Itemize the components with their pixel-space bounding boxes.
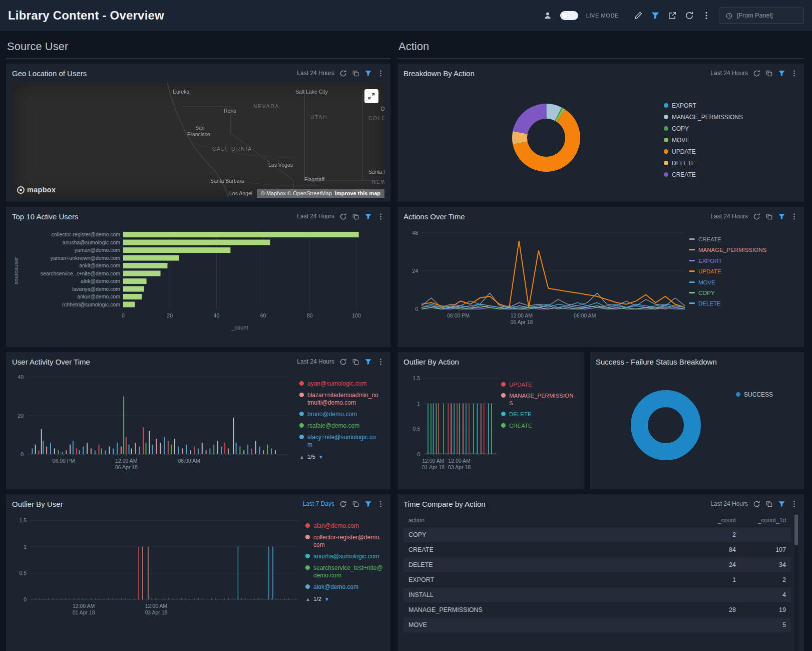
legend-item[interactable]: MANAGE_PERMISSIONS xyxy=(501,392,576,407)
legend-item[interactable]: blazar+nitedemoadmin_notmulti@demo.com xyxy=(299,392,379,407)
legend-item[interactable]: rsafaie@demo.com xyxy=(299,422,379,430)
filter-icon[interactable] xyxy=(364,500,372,508)
svg-text:06 Apr 18: 06 Apr 18 xyxy=(510,319,533,325)
time-range-label[interactable]: Last 24 Hours xyxy=(710,70,748,77)
time-range-label[interactable]: Last 24 Hours xyxy=(710,500,748,507)
copy-icon[interactable] xyxy=(765,500,773,508)
filter-icon[interactable] xyxy=(364,213,372,220)
success-donut-chart[interactable] xyxy=(596,371,736,484)
time-range-label[interactable]: Last 24 Hours xyxy=(297,70,334,77)
refresh-icon[interactable] xyxy=(339,213,347,220)
legend-item[interactable]: collector-register@demo.com xyxy=(305,534,383,549)
more-menu-icon[interactable] xyxy=(702,11,711,20)
copy-icon[interactable] xyxy=(352,213,359,220)
improve-map-link[interactable]: Improve this map xyxy=(335,190,380,196)
time-range-label[interactable]: Last 24 Hours xyxy=(297,358,334,365)
kebab-icon[interactable] xyxy=(790,500,798,508)
kebab-icon[interactable] xyxy=(790,213,798,220)
table-scrollbar[interactable] xyxy=(794,513,798,651)
legend-item[interactable]: SUCCESS xyxy=(736,391,773,399)
legend-item[interactable]: anusha@sumologic.com xyxy=(305,553,383,560)
kebab-icon[interactable] xyxy=(790,70,798,77)
table-row[interactable]: EXPORT12 xyxy=(403,572,791,587)
legend-item[interactable]: MOVE xyxy=(689,279,774,286)
legend-item[interactable]: alan@demo.com xyxy=(305,522,383,530)
legend-item[interactable]: CREATE xyxy=(501,422,576,429)
time-range-label[interactable]: Last 24 Hours xyxy=(710,213,748,220)
outlier-by-action-chart[interactable]: 00.511.512:00 AM01 Apr 1812:00 AM03 Apr … xyxy=(403,371,501,477)
legend-item[interactable]: DELETE xyxy=(501,411,576,418)
filter-icon[interactable] xyxy=(364,358,372,366)
filter-icon[interactable] xyxy=(778,500,785,508)
refresh-icon[interactable] xyxy=(339,500,347,508)
filter-icon[interactable] xyxy=(364,70,372,77)
legend-item[interactable]: bruno@demo.com xyxy=(299,411,379,418)
refresh-icon[interactable] xyxy=(685,11,694,20)
kebab-icon[interactable] xyxy=(377,70,384,77)
refresh-icon[interactable] xyxy=(753,213,760,220)
legend-item[interactable]: CREATE xyxy=(689,236,774,243)
copy-icon[interactable] xyxy=(765,213,773,220)
refresh-icon[interactable] xyxy=(753,70,760,77)
page-up-icon[interactable]: ▲ xyxy=(299,454,304,460)
table-row[interactable]: CREATE84107 xyxy=(403,542,791,557)
legend-item[interactable]: alok@demo.com xyxy=(305,583,383,591)
breakdown-donut-chart[interactable] xyxy=(403,84,664,197)
column-header[interactable]: _count xyxy=(691,513,741,527)
legend-item[interactable]: DELETE xyxy=(689,300,774,307)
edit-icon[interactable] xyxy=(634,11,643,20)
copy-icon[interactable] xyxy=(352,358,359,366)
outlier-by-user-chart[interactable]: 00.511.512:00 AM01 Apr 1812:00 AM03 Apr … xyxy=(12,513,302,622)
legend-item[interactable]: MOVE xyxy=(664,137,774,144)
kebab-icon[interactable] xyxy=(377,358,384,366)
expand-map-button[interactable] xyxy=(364,89,378,103)
legend-item[interactable]: COPY xyxy=(664,125,774,133)
actions-over-time-chart[interactable]: 0244806:00 PM12:00 AM06 Apr 1806:00 AM xyxy=(403,226,689,332)
live-mode-toggle[interactable] xyxy=(560,11,578,20)
legend-item[interactable]: UPDATE xyxy=(689,268,774,275)
refresh-icon[interactable] xyxy=(339,358,347,366)
kebab-icon[interactable] xyxy=(377,213,384,220)
copy-icon[interactable] xyxy=(765,70,773,77)
table-row[interactable]: MANAGE_PERMISSIONS2819 xyxy=(403,602,791,617)
time-range-label[interactable]: Last 7 Days xyxy=(303,500,334,507)
time-range-label[interactable]: Last 24 Hours xyxy=(297,213,334,220)
table-row[interactable]: COPY2 xyxy=(403,527,791,542)
legend-item[interactable]: EXPORT xyxy=(689,257,774,264)
share-icon[interactable] xyxy=(668,11,677,20)
table-row[interactable]: MOVE5 xyxy=(403,617,791,632)
scrollbar-thumb[interactable] xyxy=(794,514,798,545)
legend-item[interactable]: ayan@sumologic.com xyxy=(299,380,379,388)
copy-icon[interactable] xyxy=(352,500,359,508)
page-down-icon[interactable]: ▼ xyxy=(318,454,323,460)
legend-item[interactable]: stacy+nite@sumologic.com xyxy=(299,434,379,449)
filter-icon[interactable] xyxy=(778,213,785,220)
user-icon[interactable] xyxy=(543,11,552,20)
legend-item[interactable]: UPDATE xyxy=(501,381,576,388)
legend-item[interactable]: DELETE xyxy=(664,160,774,167)
legend-item[interactable]: UPDATE xyxy=(664,148,774,156)
legend-item[interactable]: MANAGE_PERMISSIONS xyxy=(689,246,774,253)
user-activity-chart[interactable]: 0204006:00 PM12:00 AM06 Apr 1806:00 AM xyxy=(12,371,292,477)
table-row[interactable]: INSTALL4 xyxy=(403,587,791,602)
mapbox-logo[interactable]: mapbox xyxy=(17,186,56,194)
legend-item[interactable]: EXPORT xyxy=(664,102,774,110)
time-range-selector[interactable]: [From Panel] xyxy=(719,8,804,24)
refresh-icon[interactable] xyxy=(753,500,760,508)
filter-icon[interactable] xyxy=(778,70,785,77)
refresh-icon[interactable] xyxy=(339,70,347,77)
legend-item[interactable]: COPY xyxy=(689,289,774,296)
table-row[interactable]: DELETE2434 xyxy=(403,557,791,572)
map-canvas[interactable]: EurekaSalt Lake CityRenoNEVADAUTAHDSanFr… xyxy=(12,83,384,198)
legend-item[interactable]: MANAGE_PERMISSIONS xyxy=(664,114,774,121)
column-header[interactable]: _count_1d xyxy=(741,513,791,527)
filter-icon[interactable] xyxy=(651,11,660,20)
kebab-icon[interactable] xyxy=(377,500,384,508)
page-up-icon[interactable]: ▲ xyxy=(305,596,310,602)
copy-icon[interactable] xyxy=(352,70,359,77)
legend-item[interactable]: CREATE xyxy=(664,171,774,179)
column-header[interactable]: action xyxy=(403,513,691,527)
legend-item[interactable]: searchservice_test+nite@demo.com xyxy=(305,564,383,579)
top10-bar-chart[interactable]: 020406080100collector-register@demo.coma… xyxy=(12,226,384,343)
page-down-icon[interactable]: ▼ xyxy=(324,596,329,602)
